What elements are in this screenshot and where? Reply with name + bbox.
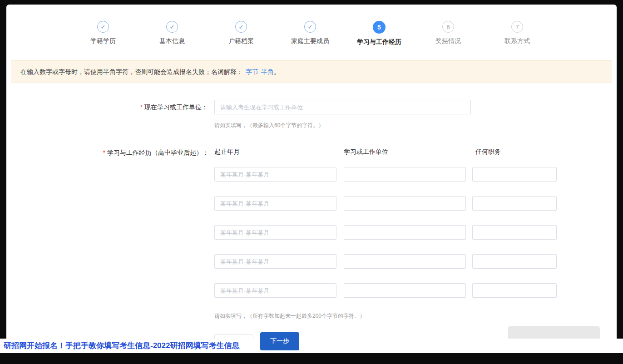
- check-icon: ✓: [304, 21, 316, 33]
- stepper-step-basic-info[interactable]: ✓ 基本信息: [138, 21, 207, 46]
- stepper-step-rewards[interactable]: 6 奖惩情况: [414, 21, 483, 46]
- experience-label-text: 学习与工作经历（高中毕业后起）：: [107, 149, 209, 156]
- step-label: 家庭主要成员: [291, 37, 329, 45]
- step-label: 户籍档案: [228, 37, 254, 45]
- unit-input[interactable]: [344, 167, 466, 182]
- step-marker: 7: [515, 24, 519, 30]
- position-input[interactable]: [472, 254, 557, 269]
- date-range-input[interactable]: [214, 196, 336, 211]
- check-icon: ✓: [166, 21, 178, 33]
- unit-input[interactable]: [344, 196, 466, 211]
- halfwidth-term-link[interactable]: 半角: [261, 68, 274, 75]
- date-range-input[interactable]: [214, 225, 336, 240]
- step-marker: ✓: [308, 24, 313, 30]
- notice-text: 在输入数字或字母时，请使用半角字符，否则可能会造成报名失败；名词解释：: [20, 68, 243, 75]
- step-marker: ✓: [101, 24, 106, 30]
- position-input[interactable]: [472, 167, 557, 182]
- step-label: 学习与工作经历: [357, 38, 401, 46]
- column-header-unit: 学习或工作单位: [344, 148, 388, 156]
- step-label: 学籍学历: [90, 37, 116, 45]
- work-unit-help-text: 请如实填写，（最多输入60个字节的字符。）: [214, 122, 324, 129]
- position-input[interactable]: [472, 283, 557, 298]
- unit-input[interactable]: [344, 283, 466, 298]
- step-marker: ✓: [239, 24, 244, 30]
- column-header-date-range: 起止年月: [214, 148, 240, 156]
- step-number-badge: 6: [442, 21, 454, 33]
- step-label: 奖惩情况: [435, 37, 461, 45]
- position-input[interactable]: [472, 196, 557, 211]
- check-icon: ✓: [235, 21, 247, 33]
- work-unit-label: *现在学习或工作单位：: [6, 100, 208, 114]
- position-input[interactable]: [472, 225, 557, 240]
- byte-term-link[interactable]: 字节: [246, 68, 258, 75]
- step-label: 联系方式: [504, 37, 530, 45]
- step-marker: 6: [446, 24, 450, 30]
- date-range-input[interactable]: [214, 283, 336, 298]
- unit-input[interactable]: [344, 254, 466, 269]
- stepper-step-experience[interactable]: 5 学习与工作经历: [345, 21, 414, 46]
- step-number-badge: 7: [511, 21, 523, 33]
- stepper-step-family[interactable]: ✓ 家庭主要成员: [276, 21, 345, 46]
- work-unit-input[interactable]: [214, 100, 471, 114]
- main-panel: ✓ 学籍学历 ✓ 基本信息 ✓ 户籍档案 ✓ 家庭主要成员 5 学习与工作经历 …: [6, 5, 617, 353]
- stepper-step-huji[interactable]: ✓ 户籍档案: [207, 21, 276, 46]
- step-number-badge: 5: [373, 21, 386, 34]
- caption-title: 研招网开始报名！手把手教你填写考生信息-2022研招网填写考生信息: [4, 339, 239, 353]
- unit-input[interactable]: [344, 225, 466, 240]
- experience-help-text: 请如实填写，（所有字数加起来一起最多200个字节的字符。）: [214, 312, 365, 320]
- check-icon: ✓: [97, 21, 109, 33]
- date-range-input[interactable]: [214, 254, 336, 269]
- required-asterisk: *: [103, 149, 105, 156]
- experience-row: [214, 225, 557, 240]
- experience-row: [214, 283, 557, 298]
- notice-suffix: 。: [274, 68, 280, 75]
- experience-label: *学习与工作经历（高中毕业后起）：: [6, 148, 209, 157]
- step-marker: 5: [377, 24, 381, 31]
- step-marker: ✓: [170, 24, 175, 30]
- caption-band: 研招网开始报名！手把手教你填写考生信息-2022研招网填写考生信息: [0, 339, 623, 353]
- date-range-input[interactable]: [214, 167, 336, 182]
- experience-row: [214, 254, 557, 269]
- stepper: ✓ 学籍学历 ✓ 基本信息 ✓ 户籍档案 ✓ 家庭主要成员 5 学习与工作经历 …: [69, 21, 552, 46]
- column-header-position: 任何职务: [475, 148, 501, 156]
- stepper-step-contact[interactable]: 7 联系方式: [483, 21, 552, 46]
- step-label: 基本信息: [159, 37, 185, 45]
- experience-row: [214, 196, 557, 211]
- experience-row: [214, 167, 557, 182]
- work-unit-label-text: 现在学习或工作单位：: [144, 103, 208, 111]
- experience-rows: [214, 167, 557, 312]
- stepper-step-xueji[interactable]: ✓ 学籍学历: [69, 21, 138, 46]
- required-asterisk: *: [140, 103, 143, 111]
- next-step-button[interactable]: 下一步: [260, 332, 299, 350]
- halfwidth-notice-bar: 在输入数字或字母时，请使用半角字符，否则可能会造成报名失败；名词解释：字节半角。: [11, 60, 612, 83]
